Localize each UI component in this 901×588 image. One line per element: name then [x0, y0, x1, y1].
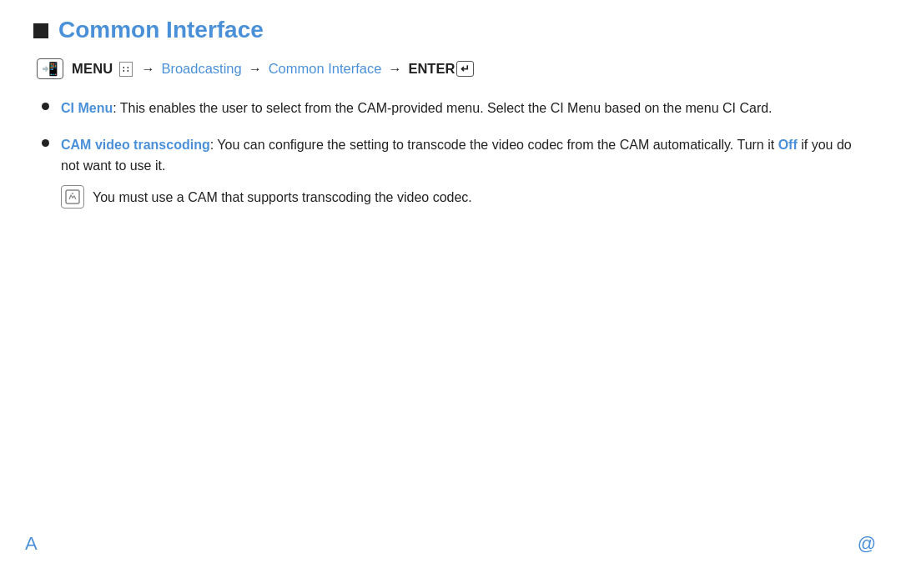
corner-label-at: @ — [858, 533, 876, 555]
page-container: Common Interface 📲 MENU ∷ → Broadcasting… — [0, 0, 901, 240]
arrow-3: → — [388, 62, 401, 77]
page-title: Common Interface — [58, 17, 264, 43]
grid-icon: ∷ — [119, 62, 133, 77]
cam-transcoding-label: CAM video transcoding — [61, 138, 210, 152]
arrow-2: → — [249, 62, 262, 77]
bullet-item-ci-menu: CI Menu: This enables the user to select… — [42, 98, 868, 119]
note-icon — [61, 185, 84, 209]
svg-point-1 — [72, 193, 73, 194]
menu-label: MENU — [72, 61, 113, 77]
arrow-1: → — [141, 62, 154, 77]
off-word: Off — [778, 138, 798, 152]
enter-label: ENTER↵ — [408, 61, 474, 77]
title-row: Common Interface — [33, 17, 868, 43]
hand-icon: 📲 — [42, 61, 58, 77]
note-row: You must use a CAM that supports transco… — [61, 185, 868, 209]
title-square-icon — [33, 23, 48, 38]
breadcrumb-broadcasting: Broadcasting — [161, 61, 241, 77]
corner-label-a: A — [25, 533, 38, 555]
bullet-dot-2 — [42, 139, 49, 147]
ci-menu-text: : This enables the user to select from t… — [113, 101, 772, 115]
bullet-list: CI Menu: This enables the user to select… — [42, 98, 868, 209]
bullet-dot — [42, 103, 49, 110]
menu-icon-box: 📲 — [37, 58, 63, 79]
breadcrumb: 📲 MENU ∷ → Broadcasting → Common Interfa… — [37, 58, 868, 79]
bullet-content-ci-menu: CI Menu: This enables the user to select… — [61, 98, 868, 119]
enter-key-icon: ↵ — [456, 61, 474, 77]
cam-text-before: : You can configure the setting to trans… — [210, 138, 778, 152]
breadcrumb-common-interface: Common Interface — [269, 61, 382, 77]
bullet-content-cam: CAM video transcoding: You can configure… — [61, 134, 868, 209]
ci-menu-label: CI Menu — [61, 101, 113, 115]
note-text: You must use a CAM that supports transco… — [93, 185, 472, 209]
bullet-item-cam-transcoding: CAM video transcoding: You can configure… — [42, 134, 868, 209]
